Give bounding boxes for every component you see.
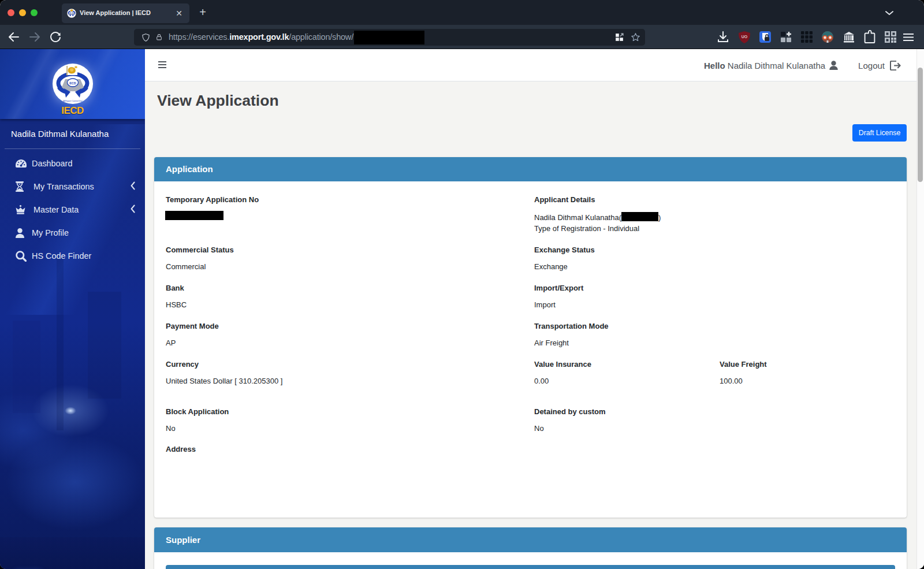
svg-text:ECD: ECD	[69, 81, 76, 85]
svg-text:UO: UO	[742, 35, 748, 39]
svg-text:"A Export Control Div": "A Export Control Div"	[63, 100, 84, 102]
